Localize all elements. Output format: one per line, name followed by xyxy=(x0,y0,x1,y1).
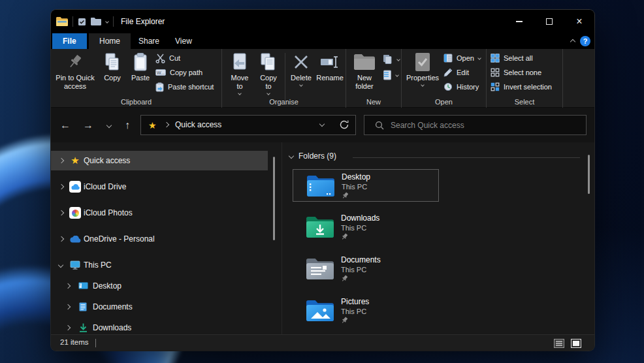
invert-selection-button[interactable]: Invert selection xyxy=(491,80,552,93)
new-item-button[interactable] xyxy=(383,53,400,66)
quick-access-toolbar: File Explorer xyxy=(56,10,165,33)
pinned-icon xyxy=(341,317,348,324)
help-button[interactable]: ? xyxy=(580,36,590,46)
expand-chevron-icon[interactable] xyxy=(59,210,64,215)
easy-access-dropdown-icon xyxy=(395,73,399,77)
icloud-photos-icon xyxy=(69,207,81,219)
folder-tile-documents[interactable]: Documents This PC xyxy=(293,253,439,285)
recent-locations-icon[interactable] xyxy=(101,117,118,134)
maximize-button[interactable] xyxy=(534,10,564,33)
section-header-folders[interactable]: Folders (9) xyxy=(289,151,336,161)
select-all-button[interactable]: Select all xyxy=(491,52,533,65)
address-star-icon: ★ xyxy=(148,120,157,131)
cut-icon xyxy=(155,54,165,63)
quick-access-star-icon: ★ xyxy=(69,155,81,166)
search-box[interactable] xyxy=(364,115,587,135)
sidebar-item-documents[interactable]: Documents xyxy=(51,297,268,317)
move-to-button[interactable]: Move to xyxy=(226,50,253,95)
expand-chevron-icon[interactable] xyxy=(65,304,71,309)
ribbon-group-select: Select all Select none Invert selection … xyxy=(487,49,563,108)
new-item-dropdown-icon xyxy=(396,57,400,61)
sidebar-item-icloud-photos[interactable]: iCloud Photos xyxy=(51,203,268,223)
close-button[interactable]: × xyxy=(564,10,594,33)
search-input[interactable] xyxy=(391,116,573,134)
documents-folder-icon xyxy=(306,257,334,281)
sidebar-scrollbar[interactable] xyxy=(273,157,275,240)
new-folder-icon xyxy=(353,50,376,74)
copy-to-button[interactable]: Copy to xyxy=(255,50,282,95)
refresh-icon[interactable] xyxy=(339,119,349,130)
open-button[interactable]: Open xyxy=(443,52,481,65)
qat-properties-icon[interactable] xyxy=(78,18,86,26)
expand-chevron-icon[interactable] xyxy=(59,236,64,242)
sidebar-item-quick-access[interactable]: ★ Quick access xyxy=(51,151,268,170)
sidebar-item-icloud-drive[interactable]: iCloud Drive xyxy=(51,177,268,197)
folder-tile-pictures[interactable]: Pictures This PC xyxy=(293,294,439,327)
easy-access-button[interactable] xyxy=(383,69,398,82)
copy-button[interactable]: Copy xyxy=(99,50,125,82)
tab-file[interactable]: File xyxy=(52,33,87,49)
tab-home[interactable]: Home xyxy=(89,33,131,49)
copy-path-button[interactable]: W... Copy path xyxy=(155,66,202,79)
address-crumb-chevron-icon[interactable] xyxy=(164,122,169,127)
tab-share[interactable]: Share xyxy=(128,33,170,49)
title-bar[interactable]: File Explorer × xyxy=(51,10,594,33)
folder-tile-downloads[interactable]: Downloads This PC xyxy=(293,211,439,244)
ribbon: Pin to Quick access Copy Paste xyxy=(51,49,594,108)
section-collapse-icon[interactable] xyxy=(289,153,294,159)
paste-shortcut-icon xyxy=(155,82,164,92)
thumbnail-view-button[interactable] xyxy=(570,338,583,349)
back-button[interactable]: ← xyxy=(57,117,74,134)
search-icon xyxy=(375,121,384,130)
properties-button[interactable]: Properties xyxy=(404,50,441,86)
qat-dropdown-icon[interactable] xyxy=(105,20,109,24)
file-explorer-window: File Explorer × File Home Share View ? xyxy=(51,10,594,351)
expand-chevron-icon[interactable] xyxy=(59,184,64,189)
forward-button[interactable]: → xyxy=(80,117,97,134)
properties-dropdown-icon xyxy=(421,83,425,87)
rename-icon xyxy=(320,50,340,74)
details-view-button[interactable] xyxy=(553,338,566,349)
expand-chevron-icon[interactable] xyxy=(65,283,71,289)
history-icon xyxy=(443,82,453,91)
sidebar-item-desktop[interactable]: Desktop xyxy=(51,276,268,296)
new-folder-button[interactable]: New folder xyxy=(349,50,380,91)
edit-button[interactable]: Edit xyxy=(443,66,469,79)
ribbon-group-clipboard: Pin to Quick access Copy Paste xyxy=(51,49,222,108)
rename-button[interactable]: Rename xyxy=(315,50,345,82)
pictures-folder-icon xyxy=(306,299,334,323)
paste-shortcut-button[interactable]: Paste shortcut xyxy=(155,80,214,93)
pin-icon xyxy=(68,50,82,74)
address-location[interactable]: Quick access xyxy=(175,120,221,129)
expand-chevron-icon[interactable] xyxy=(59,158,64,163)
expand-chevron-icon[interactable] xyxy=(65,325,71,330)
item-count: 21 items xyxy=(60,338,88,346)
folder-tile-desktop[interactable]: Desktop This PC xyxy=(293,169,439,202)
pinned-icon xyxy=(341,233,348,240)
minimize-button[interactable] xyxy=(504,10,534,33)
tab-view[interactable]: View xyxy=(165,33,202,49)
documents-icon xyxy=(77,301,89,313)
window-title: File Explorer xyxy=(121,17,165,26)
copy-to-icon xyxy=(260,50,277,74)
invert-selection-icon xyxy=(491,82,500,91)
collapse-chevron-icon[interactable] xyxy=(58,262,63,268)
content-scrollbar[interactable] xyxy=(588,155,590,194)
copy-path-icon: W... xyxy=(155,69,166,76)
pinned-icon xyxy=(341,275,348,282)
items-view: Folders (9) Desktop This PC xyxy=(283,142,594,334)
move-to-dropdown-icon xyxy=(238,91,242,95)
pin-to-quick-access-button[interactable]: Pin to Quick access xyxy=(54,50,97,91)
history-button[interactable]: History xyxy=(443,80,479,93)
select-none-button[interactable]: Select none xyxy=(491,66,541,79)
sidebar-item-this-pc[interactable]: This PC xyxy=(51,255,268,275)
delete-button[interactable]: Delete xyxy=(287,50,315,86)
up-button[interactable]: ↑ xyxy=(119,117,136,134)
address-dropdown-icon[interactable] xyxy=(319,121,325,127)
qat-new-folder-icon[interactable] xyxy=(91,18,101,25)
paste-button[interactable]: Paste xyxy=(127,50,153,82)
sidebar-item-onedrive[interactable]: OneDrive - Personal xyxy=(51,229,268,249)
address-bar[interactable]: ★ Quick access xyxy=(140,115,356,135)
cut-button[interactable]: Cut xyxy=(155,52,180,65)
collapse-ribbon-icon[interactable] xyxy=(570,39,575,44)
